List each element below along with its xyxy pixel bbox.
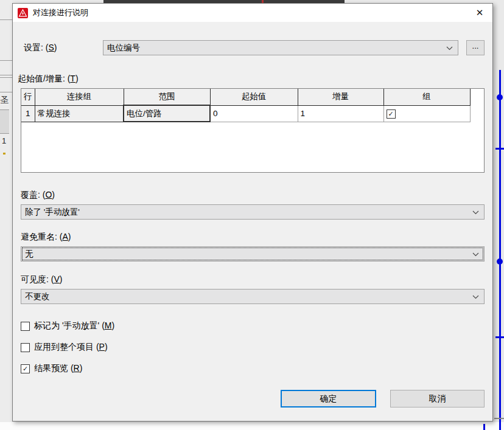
column-header-group: 组 [383,89,470,106]
visibility-label: 可见度: (V) [21,274,62,285]
chevron-down-icon [472,252,479,257]
check-icon: ✓ [23,366,28,372]
chevron-down-icon [472,295,479,299]
check-icon: ✓ [388,111,393,117]
group-cell[interactable]: ✓ [383,105,470,122]
increment-cell[interactable]: 1 [298,105,383,122]
visibility-combobox[interactable]: 不更改 [21,289,485,304]
background-panel-fragment [0,109,9,134]
background-line [0,75,12,75]
row-number-cell[interactable]: 1 [21,105,35,122]
setting-label: 设置: (S) [24,43,57,54]
background-wire-branch [495,148,504,150]
start-increment-label: 起始值/增量: (T) [18,74,79,85]
chevron-down-icon [446,46,453,50]
background-marker [3,153,5,154]
background-line [0,92,12,92]
column-header-connection-group: 连接组 [35,89,124,106]
dialog-title: 对连接进行说明 [33,7,88,18]
background-connection-dot [497,94,503,100]
background-line [0,77,12,78]
override-label: 覆盖: (O) [21,190,55,201]
apply-project-label: 应用到整个项目 (P) [34,342,108,353]
override-combobox[interactable]: 除了 '手动放置' [21,204,485,220]
background-connection-dot [497,258,503,265]
annotate-connections-dialog: 对连接进行说明 ✕ 设置: (S) 电位编号 ... 起始值/增量: (T) 行… [12,3,493,421]
browse-settings-button[interactable]: ... [466,40,485,55]
table-row: 1 常规连接 电位/管路 0 1 ✓ [21,105,471,122]
table-header-row: 行 连接组 范围 起始值 增量 组 [21,89,471,106]
apply-project-checkbox[interactable]: ✓ [21,343,30,352]
column-header-increment: 增量 [298,89,383,106]
result-preview-label: 结果预览 (R) [34,363,82,374]
avoid-duplicates-combobox[interactable]: 无 [21,246,485,262]
avoid-duplicates-value: 无 [25,249,33,260]
background-line [494,418,504,419]
title-bar[interactable]: 对连接进行说明 ✕ [13,4,492,22]
close-icon: ✕ [476,7,484,18]
visibility-value: 不更改 [25,291,50,302]
avoid-duplicates-label: 避免重名: (A) [21,232,71,243]
setting-value: 电位编号 [107,43,140,54]
background-wire-branch [495,336,504,338]
background-text-fragment: 1 [2,136,6,145]
result-preview-checkbox[interactable]: ✓ [21,364,30,373]
scope-cell-selected[interactable]: 电位/管路 [124,105,210,122]
group-checkbox[interactable]: ✓ [387,109,396,119]
mark-manual-label: 标记为 '手动放置' (M) [34,321,114,331]
background-wire-blue [499,70,501,430]
column-header-start-value: 起始值 [210,89,298,106]
eplan-logo-icon [18,8,28,18]
close-button[interactable]: ✕ [467,4,492,22]
connection-group-cell[interactable]: 常规连接 [35,105,124,122]
ellipsis-icon: ... [472,41,479,50]
connections-table[interactable]: 行 连接组 范围 起始值 增量 组 1 常规连接 电位/管路 0 1 ✓ [21,88,485,173]
setting-combobox[interactable]: 电位编号 [103,40,458,55]
background-line [0,60,12,61]
column-header-row: 行 [21,89,35,106]
background-schematic-strip [0,422,504,430]
cancel-button[interactable]: 取消 [390,390,485,407]
mark-manual-checkbox[interactable]: ✓ [21,322,30,331]
result-preview-checkbox-row[interactable]: ✓ 结果预览 (R) [21,363,82,374]
background-left-pane: 圣 1 [0,0,12,430]
apply-project-checkbox-row[interactable]: ✓ 应用到整个项目 (P) [21,342,108,353]
start-value-cell[interactable]: 0 [210,105,298,122]
override-value: 除了 '手动放置' [25,207,80,218]
background-wire-blue [483,424,485,430]
background-line [0,19,12,20]
background-text-fragment: 圣 [0,95,9,106]
chevron-down-icon [472,210,479,215]
column-header-scope: 范围 [124,89,210,106]
mark-manual-checkbox-row[interactable]: ✓ 标记为 '手动放置' (M) [21,321,114,331]
ok-button[interactable]: 确定 [281,390,376,407]
